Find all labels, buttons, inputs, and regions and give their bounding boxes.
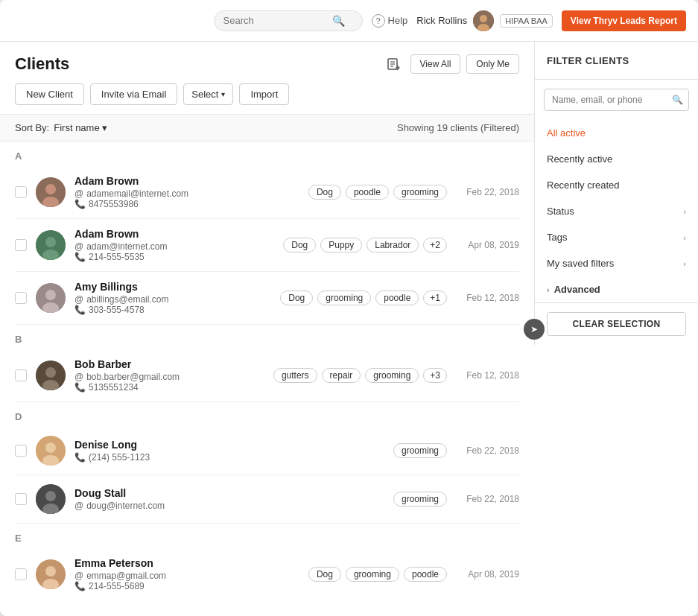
tag-more[interactable]: +2 [423, 238, 447, 253]
client-tags: grooming [393, 443, 447, 458]
section-letter-a: A [15, 142, 519, 166]
avatar [36, 484, 66, 514]
chevron-right-icon: › [683, 207, 686, 216]
list-item: Bob Barber @ bob.barber@gmail.com 📞 5135… [15, 349, 519, 402]
section-letter-e: E [15, 524, 519, 548]
client-name[interactable]: Bob Barber [74, 358, 264, 370]
client-name[interactable]: Doug Stall [74, 487, 384, 499]
tag[interactable]: grooming [393, 185, 447, 200]
filter-option-status[interactable]: Status › [535, 198, 698, 224]
tag[interactable]: repair [322, 368, 361, 383]
list-item: Doug Stall @ doug@internet.com grooming … [15, 475, 519, 524]
client-date: Apr 08, 2019 [456, 569, 519, 580]
client-tags: Dog Puppy Labrador +2 [283, 238, 447, 253]
filter-title: FILTER CLIENTS [547, 55, 629, 66]
filter-search-input[interactable] [544, 89, 689, 111]
client-name[interactable]: Denise Long [74, 439, 384, 451]
list-item: Adam Brown @ adam@internet.com 📞 214-555… [15, 219, 519, 272]
tag[interactable]: grooming [317, 290, 371, 305]
client-date: Feb 22, 2018 [456, 445, 519, 456]
client-tags: grooming [393, 492, 447, 507]
client-info: Denise Long 📞 (214) 555-1123 [74, 439, 384, 463]
tag[interactable]: Dog [308, 185, 341, 200]
tag[interactable]: Dog [280, 290, 313, 305]
client-name[interactable]: Emma Peterson [74, 557, 299, 569]
filter-option-saved-filters[interactable]: My saved filters › [535, 250, 698, 276]
tag[interactable]: poodle [346, 185, 389, 200]
client-phone: 📞 214-555-5535 [74, 252, 274, 262]
phone-icon: 📞 [74, 382, 86, 393]
client-name[interactable]: Amy Billings [74, 281, 271, 293]
filter-option-all-active[interactable]: All active [535, 120, 698, 146]
app-window: 🔍 ? Help Rick Rollins HIPAA BAA View Thr… [0, 0, 698, 616]
filter-advanced-button[interactable]: › Advanced [535, 276, 698, 302]
tag[interactable]: Dog [308, 567, 341, 582]
avatar [36, 559, 66, 589]
hipaa-badge: HIPAA BAA [500, 14, 553, 28]
filter-option-recently-created[interactable]: Recently created [535, 172, 698, 198]
filter-search-icon: 🔍 [672, 95, 683, 105]
clear-selection-button[interactable]: CLEAR SELECTION [547, 312, 686, 336]
tag[interactable]: gutters [273, 368, 317, 383]
tag-more[interactable]: +1 [423, 290, 447, 305]
view-all-button[interactable]: View All [410, 54, 461, 74]
client-name[interactable]: Adam Brown [74, 228, 274, 240]
client-email: @ bob.barber@gmail.com [74, 372, 264, 382]
tag[interactable]: poodle [404, 567, 447, 582]
tag[interactable]: Dog [283, 238, 316, 253]
client-email: @ adam@internet.com [74, 241, 274, 252]
client-phone: 📞 5135551234 [74, 382, 264, 393]
chevron-right-icon: › [683, 233, 686, 242]
filter-search[interactable]: 🔍 [544, 89, 689, 111]
client-phone: 📞 8475553986 [74, 199, 299, 209]
email-icon: @ [74, 188, 83, 199]
filter-options: All active Recently active Recently crea… [535, 120, 698, 302]
tag-more[interactable]: +3 [423, 368, 447, 383]
main-content: Clients View All [0, 42, 698, 616]
sort-by-label: Sort By: [15, 122, 49, 133]
client-checkbox[interactable] [15, 445, 27, 457]
client-email: @ adamemail@internet.com [74, 188, 299, 199]
search-input[interactable] [223, 15, 328, 26]
tag[interactable]: Labrador [367, 238, 419, 253]
phone-icon: 📞 [74, 199, 86, 209]
tag[interactable]: grooming [365, 368, 419, 383]
client-date: Feb 22, 2018 [456, 187, 519, 197]
tag[interactable]: grooming [393, 492, 447, 507]
client-checkbox[interactable] [15, 493, 27, 505]
select-button[interactable]: Select ▾ [183, 83, 233, 105]
help-button[interactable]: ? Help [372, 14, 408, 28]
avatar [473, 10, 494, 31]
client-checkbox[interactable] [15, 369, 27, 381]
client-info: Adam Brown @ adam@internet.com 📞 214-555… [74, 228, 274, 262]
filter-option-tags[interactable]: Tags › [535, 224, 698, 250]
client-date: Feb 22, 2018 [456, 494, 519, 504]
tag[interactable]: poodle [375, 290, 419, 305]
client-email: @ emmap@gmail.com [74, 571, 299, 581]
client-checkbox[interactable] [15, 292, 27, 304]
search-box[interactable]: 🔍 [214, 10, 363, 31]
collapse-filter-button[interactable]: ➤ [524, 319, 545, 340]
import-button[interactable]: Import [239, 83, 289, 105]
client-checkbox[interactable] [15, 568, 27, 580]
client-email: @ abillings@email.com [74, 294, 271, 305]
client-checkbox[interactable] [15, 186, 27, 198]
export-icon[interactable] [384, 54, 404, 74]
invite-email-button[interactable]: Invite via Email [90, 83, 177, 105]
tag[interactable]: Puppy [320, 238, 362, 253]
sort-bar: Sort By: First name ▾ Showing 19 clients… [0, 115, 534, 142]
avatar [36, 230, 66, 260]
filter-option-recently-active[interactable]: Recently active [535, 146, 698, 172]
only-me-button[interactable]: Only Me [466, 54, 519, 74]
sort-value[interactable]: First name ▾ [54, 122, 107, 133]
chevron-down-icon: ▾ [221, 90, 225, 98]
tag[interactable]: grooming [393, 443, 447, 458]
new-client-button[interactable]: New Client [15, 83, 84, 105]
client-name[interactable]: Adam Brown [74, 175, 299, 187]
avatar [36, 436, 66, 466]
phone-icon: 📞 [74, 581, 86, 591]
tag[interactable]: grooming [346, 567, 399, 582]
thryv-leads-button[interactable]: View Thryv Leads Report [562, 10, 686, 31]
svg-point-1 [480, 15, 487, 22]
client-checkbox[interactable] [15, 239, 27, 251]
